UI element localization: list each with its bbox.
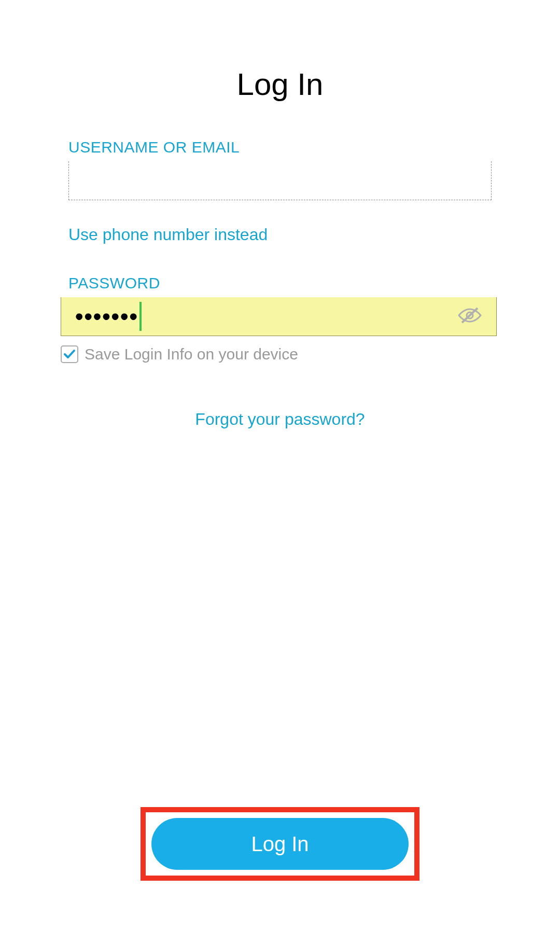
eye-slash-icon[interactable] [458,306,482,327]
password-masked-value: ••••••• [69,305,138,328]
username-input-wrapper [68,161,492,200]
username-label: USERNAME OR EMAIL [68,138,492,156]
login-button[interactable]: Log In [151,818,409,870]
password-input-wrapper[interactable]: ••••••• [61,297,497,336]
forgot-password-link[interactable]: Forgot your password? [68,410,492,429]
check-icon [63,348,76,361]
save-login-checkbox[interactable] [61,345,78,363]
page-title: Log In [17,66,543,102]
username-input[interactable] [69,161,491,200]
text-cursor [139,302,142,331]
save-login-label: Save Login Info on your device [85,345,298,363]
login-button-highlight: Log In [141,807,419,881]
use-phone-link[interactable]: Use phone number instead [68,225,492,244]
password-label: PASSWORD [68,274,492,292]
